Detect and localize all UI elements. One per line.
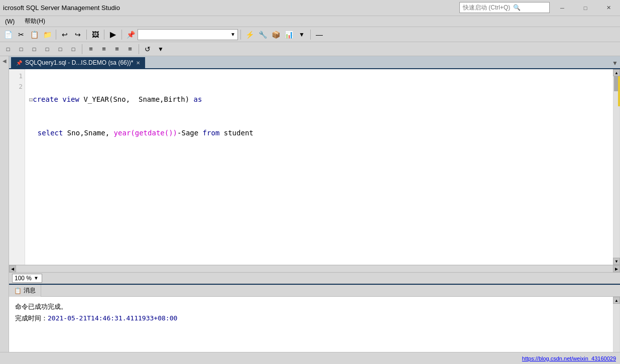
msg-scroll-up[interactable]: ▲	[613, 297, 620, 304]
scroll-h-track	[16, 266, 613, 272]
app-window: icrosoft SQL Server Management Studio 快速…	[0, 0, 620, 364]
tab-pin-icon: 📌	[16, 60, 22, 66]
line-number-2: 2	[9, 82, 23, 92]
tb2-btn5[interactable]: □	[54, 43, 66, 55]
tb-redo-button[interactable]: ↪	[72, 29, 84, 41]
editor-wrapper: 1 2 ⊟create view V_YEAR(Sno, Sname,Birth…	[9, 69, 620, 284]
maximize-button[interactable]: □	[574, 0, 597, 16]
tb-run-button[interactable]: ⚡	[243, 29, 256, 41]
tb-execute-button[interactable]: ▶	[107, 29, 119, 41]
database-dropdown[interactable]: ▼	[138, 29, 238, 40]
zoom-level: 100 %	[15, 275, 32, 282]
separator-tb2-1	[82, 44, 82, 54]
time-value: 2021-05-21T14:46:31.4111933+08:00	[48, 314, 177, 322]
status-bar: https://blog.csdn.net/weixin_43160029	[0, 352, 620, 364]
menu-bar: (W) 帮助(H)	[0, 16, 620, 27]
tab-close-icon[interactable]: ✕	[136, 60, 140, 66]
completion-message: 命令已成功完成。	[15, 301, 607, 312]
tb2-refresh-button[interactable]: ↺	[142, 43, 154, 55]
title-bar: icrosoft SQL Server Management Studio 快速…	[0, 0, 620, 16]
tb2-outdent-button[interactable]: ≡	[98, 43, 110, 55]
scroll-left-button[interactable]: ◀	[9, 265, 16, 272]
messages-tab[interactable]: 📋 消息	[9, 285, 41, 297]
main-editor-row: 1 2 ⊟create view V_YEAR(Sno, Sname,Birth…	[9, 69, 620, 265]
menu-item-w[interactable]: (W)	[3, 18, 17, 25]
center-area: 📌 SQLQuery1.sql - D...IS.DEMO (sa (66))*…	[9, 56, 620, 364]
tab-scroll-icon[interactable]: ▼	[612, 60, 618, 67]
query-tab[interactable]: 📌 SQLQuery1.sql - D...IS.DEMO (sa (66))*…	[11, 57, 145, 68]
status-url[interactable]: https://blog.csdn.net/weixin_43160029	[522, 355, 616, 361]
keyword-from: from	[203, 129, 220, 137]
line-number-1: 1	[9, 71, 23, 82]
tb-pin-button[interactable]: 📌	[125, 29, 137, 41]
quick-access-area: 快速启动 (Ctrl+Q) 🔍	[459, 2, 550, 13]
keyword-as: as	[194, 95, 202, 103]
messages-tab-icon: 📋	[14, 287, 22, 294]
code-line-1: ⊟create view V_YEAR(Sno, Sname,Birth) as	[29, 94, 609, 105]
menu-item-help[interactable]: 帮助(H)	[23, 17, 47, 26]
chevron-down-icon: ▼	[230, 32, 235, 37]
function-year: year(getdate())	[114, 129, 177, 137]
search-icon: 🔍	[513, 4, 521, 11]
quick-search-box[interactable]: 快速启动 (Ctrl+Q) 🔍	[459, 2, 550, 13]
zoom-dropdown[interactable]: 100 % ▼	[12, 274, 42, 283]
zoom-arrow-icon: ▼	[34, 275, 39, 281]
vertical-scrollbar[interactable]: ▲ ▼	[613, 69, 620, 265]
separator-tb2-2	[139, 44, 139, 54]
separator-3	[104, 30, 104, 40]
separator-2	[86, 30, 87, 40]
tb-dash-button[interactable]: —	[313, 29, 325, 41]
tb-undo-button[interactable]: ↩	[59, 29, 71, 41]
tb2-btn6[interactable]: □	[67, 43, 79, 55]
toolbar-2: □ □ □ □ □ □ ≡ ≡ ≡ ≡ ↺ ▼	[0, 42, 620, 56]
toolbar-1: 📄 ✂ 📋 📁 ↩ ↪ 🖼 ▶ 📌 ▼ ⚡ 🔧 📦 📊 ▼ —	[0, 27, 620, 42]
tb2-extra-button[interactable]: ▼	[155, 43, 167, 55]
title-bar-controls: ─ □ ✕	[551, 0, 620, 16]
tb-settings-button[interactable]: 🔧	[257, 29, 269, 41]
tb2-indent-button[interactable]: ≡	[85, 43, 97, 55]
separator-5	[240, 30, 241, 40]
tb2-align2-button[interactable]: ≡	[124, 43, 136, 55]
keyword-view: view	[62, 95, 79, 103]
time-label: 完成时间：	[15, 314, 48, 322]
sidebar-handle[interactable]: ◀	[3, 58, 7, 64]
app-title: icrosoft SQL Server Management Studio	[3, 4, 120, 12]
tab-label: SQLQuery1.sql - D...IS.DEMO (sa (66))*	[25, 59, 133, 66]
scroll-up-button[interactable]: ▲	[613, 69, 620, 76]
completion-time: 完成时间：2021-05-21T14:46:31.4111933+08:00	[15, 312, 607, 324]
code-editor[interactable]: ⊟create view V_YEAR(Sno, Sname,Birth) as…	[25, 69, 613, 265]
minimize-button[interactable]: ─	[551, 0, 574, 16]
tb-copy-button[interactable]: 📋	[28, 29, 40, 41]
scroll-down-button[interactable]: ▼	[613, 258, 620, 265]
msg-scroll-track	[613, 304, 619, 357]
separator-4	[121, 30, 122, 40]
keyword-create: create	[33, 95, 58, 103]
tb-more-button[interactable]: ▼	[296, 29, 308, 41]
tb2-btn1[interactable]: □	[2, 43, 14, 55]
yellow-marker	[618, 76, 620, 106]
separator-6	[310, 30, 311, 40]
separator-1	[56, 30, 56, 40]
tb-paste-button[interactable]: 📁	[41, 29, 53, 41]
message-tabs: 📋 消息	[9, 285, 620, 297]
zoom-bar: 100 % ▼	[9, 273, 620, 284]
scroll-right-button[interactable]: ▶	[613, 265, 620, 272]
tb-results-button[interactable]: 📊	[283, 29, 295, 41]
tb2-btn2[interactable]: □	[15, 43, 27, 55]
keyword-select: select	[38, 129, 63, 137]
quick-search-label: 快速启动 (Ctrl+Q)	[463, 4, 510, 12]
messages-tab-label: 消息	[24, 286, 36, 295]
tb-img-button[interactable]: 🖼	[89, 29, 101, 41]
tb2-btn4[interactable]: □	[41, 43, 53, 55]
content-area: ◀ 📌 SQLQuery1.sql - D...IS.DEMO (sa (66)…	[0, 56, 620, 364]
title-bar-left: icrosoft SQL Server Management Studio	[3, 4, 120, 12]
tb2-btn3[interactable]: □	[28, 43, 40, 55]
tb-new-button[interactable]: 📄	[2, 29, 14, 41]
code-line-2: select Sno,Sname, year(getdate())-Sage f…	[29, 127, 609, 138]
tb-cut-button[interactable]: ✂	[15, 29, 27, 41]
tab-strip: 📌 SQLQuery1.sql - D...IS.DEMO (sa (66))*…	[9, 56, 620, 69]
horizontal-scrollbar[interactable]: ◀ ▶	[9, 265, 620, 273]
close-button[interactable]: ✕	[597, 0, 620, 16]
tb2-align1-button[interactable]: ≡	[111, 43, 123, 55]
tb-debug-button[interactable]: 📦	[270, 29, 282, 41]
